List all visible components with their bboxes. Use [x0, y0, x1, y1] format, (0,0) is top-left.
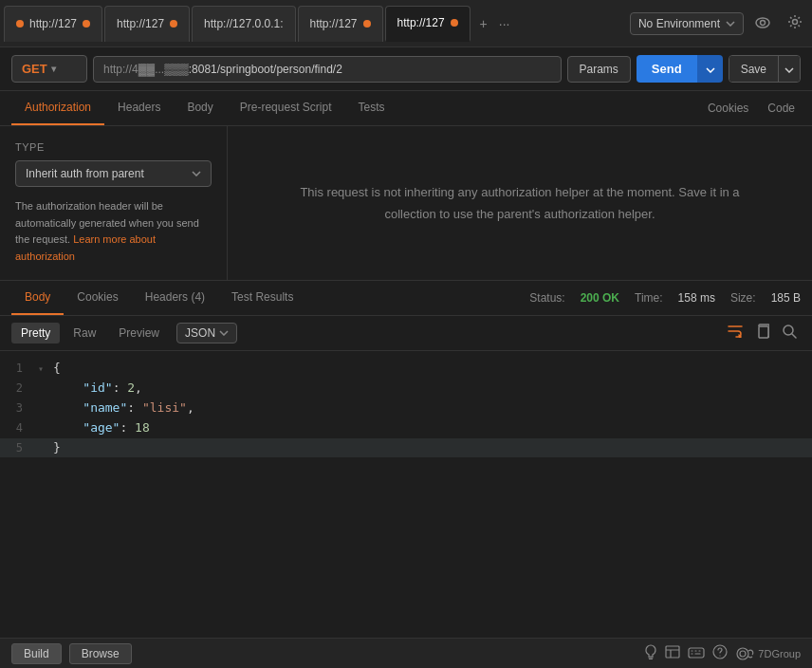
lightbulb-icon [644, 644, 657, 659]
resp-tab-body-label: Body [25, 290, 50, 304]
url-prefix: http://4▓▓... [103, 63, 164, 76]
copy-icon [756, 324, 769, 339]
status-label: Status: [529, 291, 564, 305]
auth-description: The authorization header will be automat… [15, 198, 212, 265]
tab-tests[interactable]: Tests [344, 91, 397, 125]
tab-actions: + ··· [476, 12, 514, 35]
format-pretty[interactable]: Pretty [11, 323, 60, 343]
save-button[interactable]: Save [729, 56, 778, 82]
save-dropdown-button[interactable] [778, 56, 800, 82]
env-dropdown[interactable]: No Environment [630, 12, 744, 35]
svg-point-8 [720, 655, 721, 656]
keyboard-icon-button[interactable] [688, 646, 705, 661]
wrap-icon-button[interactable] [724, 322, 747, 344]
svg-rect-5 [666, 646, 679, 658]
browse-button[interactable]: Browse [69, 643, 132, 664]
lightbulb-icon-button[interactable] [644, 644, 657, 662]
json-val-name: "lisi" [142, 400, 187, 415]
code-line-4: 4 "age": 18 [0, 418, 812, 438]
tab-pre-request-label: Pre-request Script [240, 101, 332, 114]
resp-tab-test-results[interactable]: Test Results [218, 281, 306, 315]
send-dropdown-button[interactable] [697, 55, 723, 83]
code-line-1: 1 ▾ { [0, 359, 812, 379]
status-value: 200 OK [581, 291, 619, 305]
layout-icon [665, 645, 680, 659]
response-tabs: Body Cookies Headers (4) Test Results St… [0, 281, 812, 316]
save-group: Save [729, 55, 801, 83]
resp-tab-headers[interactable]: Headers (4) [132, 281, 218, 315]
settings-icon-button[interactable] [782, 10, 808, 37]
watermark-icon [735, 645, 754, 662]
search-icon-button[interactable] [779, 322, 801, 344]
format-raw[interactable]: Raw [64, 323, 105, 343]
line-arrow-1: ▾ [38, 359, 53, 377]
tab-headers[interactable]: Headers [104, 91, 174, 125]
resp-tab-cookies[interactable]: Cookies [64, 281, 131, 315]
svg-point-9 [737, 648, 748, 659]
wrap-icon [728, 325, 743, 338]
tab-pre-request[interactable]: Pre-request Script [227, 91, 345, 125]
request-bar: GET ▾ http://4▓▓... ▒▒▒:8081/springboot/… [0, 47, 812, 91]
chevron-down-icon [726, 21, 735, 27]
tab-3[interactable]: http://127.0.0.1: [192, 6, 295, 42]
tab-2-label: http://127 [117, 17, 164, 30]
cookies-link[interactable]: Cookies [702, 92, 754, 124]
tab-5-label: http://127 [397, 16, 445, 29]
line-num-3: 3 [0, 399, 38, 418]
resp-toolbar-right [724, 322, 801, 344]
resp-tab-test-results-label: Test Results [231, 290, 293, 304]
env-label: No Environment [638, 17, 720, 30]
save-chevron-icon [784, 67, 794, 73]
line-num-1: 1 [0, 359, 38, 378]
layout-icon-button[interactable] [665, 645, 680, 661]
auth-right: This request is not inheriting any autho… [228, 126, 812, 280]
params-button[interactable]: Params [567, 56, 631, 83]
resp-tab-cookies-label: Cookies [77, 290, 118, 304]
auth-type-dropdown[interactable]: Inherit auth from parent [15, 160, 212, 187]
request-tabs: Authorization Headers Body Pre-request S… [0, 91, 812, 126]
tab-1[interactable]: http://127 [4, 6, 102, 42]
code-line-3: 3 "name": "lisi", [0, 399, 812, 418]
build-button[interactable]: Build [11, 643, 62, 664]
eye-icon-button[interactable] [749, 11, 776, 36]
svg-point-0 [756, 18, 769, 28]
tab-1-dot-indicator [83, 20, 90, 28]
url-bar[interactable]: http://4▓▓... ▒▒▒:8081/springboot/person… [93, 56, 562, 83]
help-icon-button[interactable] [712, 644, 728, 662]
time-value: 158 ms [678, 291, 715, 305]
auth-dropdown-label: Inherit auth from parent [26, 167, 144, 180]
new-tab-button[interactable]: + [476, 12, 491, 35]
auth-message: This request is not inheriting any autho… [283, 181, 757, 226]
line-num-4: 4 [0, 418, 38, 437]
format-type-select[interactable]: JSON [176, 323, 237, 343]
env-selector: No Environment [630, 10, 808, 37]
svg-rect-6 [689, 648, 704, 658]
tab-4[interactable]: http://127 [298, 6, 383, 42]
url-suffix: ▒▒▒:8081/springboot/person/find/2 [164, 63, 342, 76]
json-key-age: "age" [83, 420, 120, 435]
send-chevron-icon [706, 67, 715, 73]
line-content-2: "id": 2, [53, 379, 812, 399]
auth-panel: TYPE Inherit auth from parent The author… [0, 126, 812, 281]
resp-tab-body[interactable]: Body [11, 281, 64, 315]
code-view: 1 ▾ { 2 "id": 2, 3 "name": "lisi", 4 "ag… [0, 351, 812, 638]
line-arrow-2 [38, 379, 53, 381]
tab-2[interactable]: http://127 [104, 6, 190, 42]
format-preview[interactable]: Preview [109, 323, 169, 343]
line-content-1: { [53, 359, 812, 379]
size-label: Size: [730, 291, 756, 305]
code-line-5: 5 } [0, 438, 812, 458]
tab-5[interactable]: http://127 [385, 6, 471, 42]
tab-authorization[interactable]: Authorization [11, 91, 104, 125]
more-tabs-button[interactable]: ··· [495, 12, 514, 35]
gear-icon [787, 14, 803, 29]
line-content-4: "age": 18 [53, 418, 812, 438]
tab-5-dot [451, 19, 458, 27]
format-type-label: JSON [185, 326, 215, 340]
tab-body[interactable]: Body [174, 91, 226, 125]
method-select[interactable]: GET ▾ [11, 55, 87, 83]
tab-4-dot [363, 20, 371, 28]
code-link[interactable]: Code [762, 92, 801, 124]
copy-icon-button[interactable] [752, 322, 773, 344]
send-button[interactable]: Send [637, 55, 697, 83]
